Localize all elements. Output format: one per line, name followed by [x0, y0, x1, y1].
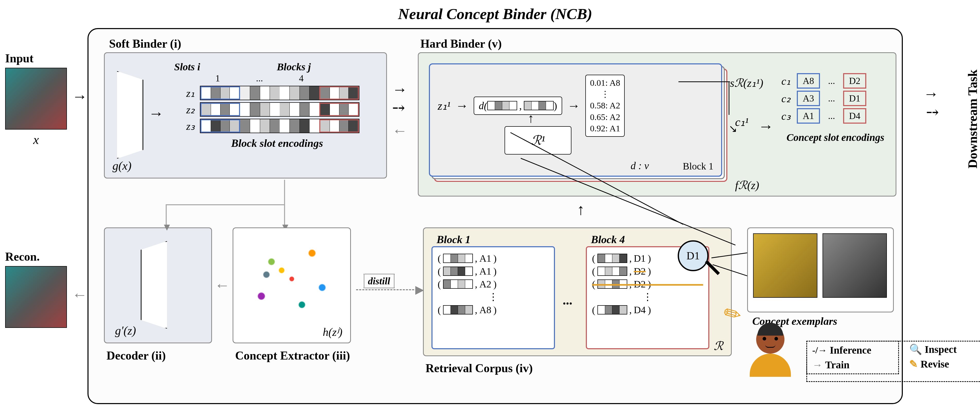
downstream-label: Downstream Task — [965, 70, 980, 168]
ccell-12: D1 — [843, 91, 866, 106]
arrow-to-concept: → — [758, 117, 774, 135]
arrow-ext-dec: ← — [215, 276, 230, 294]
score-dots: ⋮ — [590, 89, 620, 100]
score-3: 0.65: A2 — [590, 112, 620, 123]
cluster-viz — [241, 236, 342, 322]
corpus-block4-label: Block 4 — [591, 233, 625, 246]
diagram-title: Neural Concept Binder (NCB) — [5, 5, 980, 23]
z11-var: z₁¹ — [438, 99, 450, 113]
slot-z1: z₁ — [174, 87, 200, 99]
arrow-downstream-dashed: ⤍ — [926, 103, 939, 121]
scores-box: 0.01: A8 ⋮ 0.58: A2 0.65: A2 0.92: A1 — [585, 75, 625, 137]
recon-block: Recon. — [5, 250, 82, 328]
input-image — [5, 68, 67, 129]
hard-binder-box: z₁¹ → d( , ) → 0.01: A8 ⋮ 0.58: A2 0. — [418, 52, 896, 197]
input-label: Input — [5, 51, 82, 65]
arrow-corpus-up: → — [571, 203, 589, 219]
soft-binder-box: g(x) → Slots i Blocks j 1 ... 4 z₁ — [104, 52, 387, 179]
exemplar-img-1 — [753, 233, 818, 298]
ccell-11: ... — [820, 93, 843, 104]
extractor-label: Concept Extractor (iii) — [235, 348, 350, 363]
ccell-20: A1 — [797, 108, 820, 124]
decoder-label: Decoder (ii) — [107, 348, 166, 363]
extractor-box: h(zʲ) — [232, 227, 351, 343]
concept-table: c₁ A8 ... D2 c₂ A3 ... D1 c₃ A1 ... D4 — [781, 71, 889, 144]
block-num-dots: ... — [256, 73, 263, 84]
blocks-header: Blocks j — [208, 61, 380, 73]
decoder-box: g′(z) — [104, 227, 212, 343]
slot-z2: z₂ — [174, 103, 200, 116]
d-func-text: d( — [479, 100, 487, 112]
ccell-02: D2 — [843, 73, 866, 89]
arrow-sb-inner: → — [148, 105, 164, 122]
recon-label: Recon. — [5, 250, 82, 264]
block-num-1: 1 — [215, 73, 220, 84]
arrow-hb-sb-gray: ← — [392, 122, 407, 140]
score-0: 0.01: A8 — [590, 77, 620, 89]
ccell-10: A3 — [797, 91, 820, 106]
soft-binder-label: Soft Binder (i) — [109, 37, 181, 51]
b4-i1: D2 — [634, 265, 646, 277]
score-2: 0.58: A2 — [590, 100, 620, 111]
legend-inspect: Inspect — [925, 343, 956, 355]
arrow-sb-hb-dashed: ⤍ — [392, 99, 405, 117]
b1-i0: A1 — [479, 252, 491, 264]
b4-i4: D4 — [634, 304, 646, 315]
exemplars-box — [747, 227, 894, 312]
concept-caption: Concept slot encodings — [781, 131, 889, 144]
ccell-00: A8 — [797, 73, 820, 89]
d-func-box: d( , ) — [474, 97, 562, 115]
R1-box: ℛ¹ — [504, 126, 571, 155]
score-4: 0.92: A1 — [590, 123, 620, 134]
b1-i4: A8 — [479, 304, 491, 315]
decoder-trapezoid — [141, 241, 172, 329]
person-icon — [747, 325, 794, 382]
arrow-recon: ← — [72, 286, 88, 304]
decoder-func: g′(z) — [115, 324, 136, 337]
extractor-func: h(zʲ) — [323, 325, 342, 339]
ccell-01: ... — [820, 75, 843, 86]
input-var: x — [5, 132, 67, 147]
corpus-label: Retrieval Corpus (iv) — [426, 361, 533, 375]
soft-func: g(x) — [113, 159, 132, 173]
b4-i3: ⋮ — [592, 291, 703, 303]
ccell-21: ... — [820, 110, 843, 121]
slots-header: Slots i — [174, 61, 208, 73]
legend-revise: Revise — [921, 358, 949, 370]
distill-label: distill — [364, 274, 395, 288]
crow-3: c₃ — [781, 110, 797, 122]
arrow-sb-hb-solid: → — [392, 81, 407, 98]
legend-box-2: 🔍Inspect ✎Revise — [807, 341, 915, 373]
hard-binder-label: Hard Binder (v) — [420, 37, 502, 51]
arrow-downstream-solid: → — [923, 85, 939, 103]
input-block: Input x — [5, 51, 82, 147]
b1-i2: A2 — [479, 278, 491, 290]
crow-2: c₂ — [781, 92, 797, 105]
exemplar-img-2 — [822, 233, 887, 298]
corpus-block1-label: Block 1 — [437, 233, 471, 246]
b4-i0: D1 — [634, 252, 646, 264]
corpus-block1: ( , A1) ( , A1) ( , A2) ⋮ ( , A8) — [431, 246, 555, 349]
block-slot-caption: Block slot encodings — [174, 137, 380, 149]
fR-label: fℛ(z) — [735, 179, 759, 192]
b1-i1: A1 — [479, 265, 491, 277]
recon-image — [5, 266, 67, 328]
retrieval-frame: z₁¹ → d( , ) → 0.01: A8 ⋮ 0.58: A2 0. — [429, 63, 722, 177]
sR-label: sℛ(z₁¹) — [730, 76, 764, 89]
block-slot-table: Slots i Blocks j 1 ... 4 z₁ — [174, 61, 380, 149]
corpus-dots: ... — [563, 292, 573, 308]
slot-z3: z₃ — [174, 120, 200, 133]
d-func-end: ) — [554, 100, 557, 112]
magnify-circle: D1 — [678, 240, 709, 271]
dv-label: d : v — [631, 160, 649, 172]
ccell-22: D4 — [843, 108, 866, 124]
block-num-4: 4 — [299, 73, 304, 84]
crow-1: c₁ — [781, 75, 797, 87]
main-frame: Soft Binder (i) g(x) → Slots i Blocks j … — [88, 28, 903, 404]
b1-i3: ⋮ — [438, 291, 549, 303]
arrow-input: → — [72, 88, 88, 105]
R-sym: ℛ — [714, 339, 723, 353]
encoder-trapezoid — [113, 71, 143, 159]
block1-label: Block 1 — [683, 160, 713, 172]
